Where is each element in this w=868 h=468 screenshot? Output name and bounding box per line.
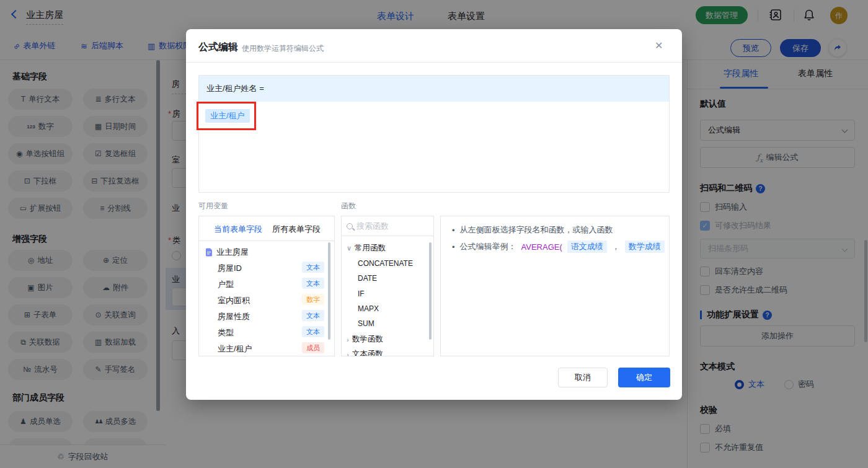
formula-edit-dialog: 公式编辑 使用数学运算符编辑公式 ✕ 业主/租户姓名 = 业主/租户 可用变量 … (186, 29, 682, 400)
example-field-chip: 数学成绩 (625, 241, 665, 253)
caret-expanded-icon: ∨ (347, 244, 352, 252)
variable-field[interactable]: 室内面积 (218, 295, 250, 306)
function-item[interactable]: IF (358, 289, 365, 298)
dialog-subtitle: 使用数学运算符编辑公式 (242, 43, 324, 54)
dialog-title: 公式编辑 (198, 41, 238, 54)
formula-editor[interactable]: 业主/租户姓名 = 业主/租户 (198, 75, 670, 193)
variables-scrollbar[interactable] (328, 242, 330, 340)
app-root: 业主房屋 表单设计 表单设置 数据管理 作 ∞ 表单外链 ≋ 后端脚本 ▥ 数据… (0, 0, 868, 468)
help-panel: • 从左侧面板选择字段名和函数，或输入函数 • 公式编辑举例： AVERAGE(… (440, 216, 670, 356)
help-line-2: • 公式编辑举例： AVERAGE( 语文成绩 ， 数学成绩 ) (452, 241, 670, 253)
function-search[interactable] (342, 216, 433, 236)
cancel-button[interactable]: 取消 (558, 368, 608, 387)
example-field-chip: 语文成绩 (567, 241, 607, 253)
function-group-common[interactable]: ∨ 常用函数 (347, 243, 386, 254)
variable-field[interactable]: 房屋ID (218, 263, 242, 274)
caret-collapsed-icon: › (347, 351, 349, 357)
type-badge: 数字 (302, 294, 324, 305)
function-item[interactable]: MAPX (358, 304, 379, 313)
variable-field[interactable]: 户型 (218, 279, 234, 290)
function-item[interactable]: DATE (358, 274, 377, 283)
tree-root-form[interactable]: 业主房屋 (205, 247, 249, 258)
search-icon (347, 223, 353, 229)
document-icon (205, 248, 213, 257)
function-group-math[interactable]: › 数学函数 (347, 334, 383, 345)
functions-scrollbar[interactable] (429, 242, 432, 340)
functions-panel: ∨ 常用函数 CONCATENATE DATE IF MAPX SUM › 数学… (341, 216, 434, 356)
variable-field[interactable]: 业主/租户 (218, 343, 252, 355)
caret-collapsed-icon: › (347, 336, 349, 343)
variables-tabbar: 当前表单字段 所有表单字段 (199, 216, 334, 241)
formula-target: 业主/租户姓名 = (199, 76, 669, 102)
divider (186, 62, 682, 63)
functions-label: 函数 (341, 201, 356, 211)
variables-panel: 当前表单字段 所有表单字段 业主房屋 房屋ID 文本 户型 文本 室内面积 数字… (198, 216, 335, 356)
function-search-input[interactable] (356, 221, 418, 231)
confirm-button[interactable]: 确定 (618, 368, 670, 387)
function-item[interactable]: SUM (358, 319, 374, 328)
function-group-text[interactable]: › 文本函数 (347, 349, 383, 356)
type-badge: 文本 (302, 262, 324, 273)
formula-field-chip[interactable]: 业主/租户 (205, 109, 250, 123)
tab-all-form-fields[interactable]: 所有表单字段 (272, 224, 321, 235)
function-item[interactable]: CONCATENATE (358, 259, 413, 268)
tab-current-form-fields[interactable]: 当前表单字段 (214, 224, 262, 235)
variable-field[interactable]: 房屋性质 (218, 311, 250, 322)
close-icon[interactable]: ✕ (655, 40, 663, 51)
help-line-1: • 从左侧面板选择字段名和函数，或输入函数 (452, 224, 613, 236)
type-badge: 文本 (302, 310, 324, 321)
example-function-name: AVERAGE( (521, 242, 562, 252)
type-badge: 成员 (302, 342, 324, 353)
type-badge: 文本 (302, 326, 324, 337)
variable-field[interactable]: 类型 (218, 327, 234, 338)
variables-label: 可用变量 (198, 201, 228, 211)
type-badge: 文本 (302, 278, 324, 289)
